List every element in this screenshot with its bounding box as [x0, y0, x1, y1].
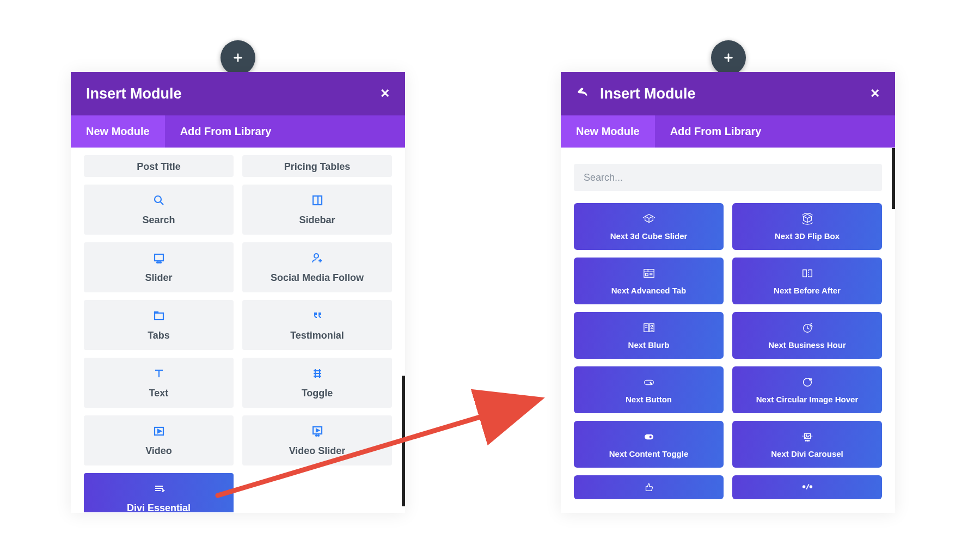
panel-title: Insert Module — [600, 85, 696, 102]
module-next-divi-carousel[interactable]: Next Divi Carousel — [732, 421, 882, 468]
module-sidebar[interactable]: Sidebar — [242, 185, 392, 235]
dots-slash-icon — [800, 481, 814, 495]
module-next-partial-right[interactable] — [732, 475, 882, 499]
module-next-circular-image-hover[interactable]: Next Circular Image Hover — [732, 366, 882, 413]
advanced-tab-icon — [642, 267, 656, 281]
button-icon — [642, 376, 656, 390]
clock-icon — [800, 322, 814, 336]
tabs-icon — [152, 309, 166, 324]
tab-add-from-library[interactable]: Add From Library — [165, 115, 287, 148]
module-video-slider[interactable]: Video Slider — [242, 415, 392, 465]
svg-point-9 — [157, 262, 158, 263]
slider-icon — [152, 252, 166, 267]
svg-point-59 — [805, 440, 806, 441]
svg-line-49 — [807, 328, 810, 329]
svg-point-62 — [803, 486, 805, 488]
svg-rect-40 — [644, 323, 648, 332]
svg-point-12 — [314, 254, 318, 258]
module-testimonial[interactable]: Testimonial — [242, 300, 392, 350]
svg-point-27 — [316, 435, 317, 436]
add-module-button[interactable] — [711, 40, 746, 75]
video-slider-icon — [311, 425, 324, 440]
panel-body: Next 3d Cube Slider Next 3D Flip Box Nex… — [561, 148, 895, 512]
module-next-blurb[interactable]: Next Blurb — [574, 312, 724, 359]
svg-point-60 — [807, 440, 808, 441]
panel-tabs: New Module Add From Library — [561, 115, 895, 148]
circle-image-icon — [800, 376, 814, 390]
essential-icon — [152, 482, 166, 497]
sidebar-icon — [311, 194, 324, 209]
svg-line-5 — [160, 201, 163, 205]
back-icon[interactable] — [576, 87, 590, 101]
module-next-3d-flip-box[interactable]: Next 3D Flip Box — [732, 203, 882, 250]
module-text[interactable]: Text — [84, 358, 234, 408]
panel-title: Insert Module — [86, 85, 182, 102]
module-slider[interactable]: Slider — [84, 242, 234, 292]
before-after-icon — [800, 267, 814, 281]
svg-line-63 — [806, 484, 809, 489]
text-icon — [152, 367, 166, 382]
toggle-list-icon — [311, 367, 324, 382]
module-next-before-after[interactable]: Next Before After — [732, 258, 882, 304]
svg-point-51 — [803, 378, 811, 386]
module-divi-essential[interactable]: Divi Essential — [84, 473, 234, 512]
svg-point-11 — [160, 262, 161, 263]
svg-rect-35 — [803, 269, 806, 277]
svg-point-10 — [158, 262, 160, 263]
scrollbar-thumb[interactable] — [402, 376, 405, 506]
svg-point-54 — [649, 435, 652, 438]
panel-header: Insert Module ✕ — [561, 72, 895, 115]
module-social-media-follow[interactable]: Social Media Follow — [242, 242, 392, 292]
search-icon — [152, 194, 166, 209]
scrollbar-thumb[interactable] — [892, 148, 895, 209]
insert-module-panel-left: Insert Module ✕ New Module Add From Libr… — [71, 72, 405, 513]
module-video[interactable]: Video — [84, 415, 234, 465]
module-next-advanced-tab[interactable]: Next Advanced Tab — [574, 258, 724, 304]
thumbs-up-icon — [642, 481, 656, 495]
tab-new-module[interactable]: New Module — [71, 115, 165, 148]
insert-module-panel-right: Insert Module ✕ New Module Add From Libr… — [561, 72, 895, 513]
svg-rect-8 — [155, 254, 163, 261]
tab-add-from-library[interactable]: Add From Library — [655, 115, 777, 148]
close-icon[interactable]: ✕ — [380, 87, 390, 101]
svg-rect-15 — [155, 313, 163, 320]
svg-point-44 — [651, 325, 653, 327]
module-next-button[interactable]: Next Button — [574, 366, 724, 413]
svg-point-64 — [810, 486, 812, 488]
video-icon — [152, 425, 166, 440]
blurb-icon — [642, 322, 656, 336]
module-toggle[interactable]: Toggle — [242, 358, 392, 408]
quote-icon — [311, 309, 324, 324]
module-next-3d-cube-slider[interactable]: Next 3d Cube Slider — [574, 203, 724, 250]
tab-new-module[interactable]: New Module — [561, 115, 655, 148]
close-icon[interactable]: ✕ — [870, 87, 880, 101]
panel-body: Post Title Pricing Tables Search Sidebar… — [71, 148, 405, 512]
cube-icon — [642, 213, 656, 227]
svg-marker-26 — [316, 429, 319, 432]
module-next-partial-left[interactable] — [574, 475, 724, 499]
search-input[interactable] — [574, 164, 882, 191]
svg-point-61 — [808, 440, 809, 441]
svg-rect-32 — [645, 273, 648, 276]
module-post-title[interactable]: Post Title — [84, 155, 234, 177]
module-next-business-hour[interactable]: Next Business Hour — [732, 312, 882, 359]
svg-point-28 — [318, 435, 319, 436]
toggle-switch-icon — [642, 431, 656, 445]
panel-header: Insert Module ✕ — [71, 72, 405, 115]
svg-rect-55 — [804, 433, 810, 438]
module-search[interactable]: Search — [84, 185, 234, 235]
svg-point-4 — [155, 196, 161, 203]
module-next-content-toggle[interactable]: Next Content Toggle — [574, 421, 724, 468]
carousel-icon — [800, 431, 814, 445]
svg-marker-24 — [158, 430, 161, 433]
flip-box-icon — [800, 213, 814, 227]
module-tabs[interactable]: Tabs — [84, 300, 234, 350]
svg-point-56 — [806, 434, 807, 436]
panel-tabs: New Module Add From Library — [71, 115, 405, 148]
person-plus-icon — [311, 252, 324, 267]
add-module-button[interactable] — [220, 40, 255, 75]
module-pricing-tables[interactable]: Pricing Tables — [242, 155, 392, 177]
